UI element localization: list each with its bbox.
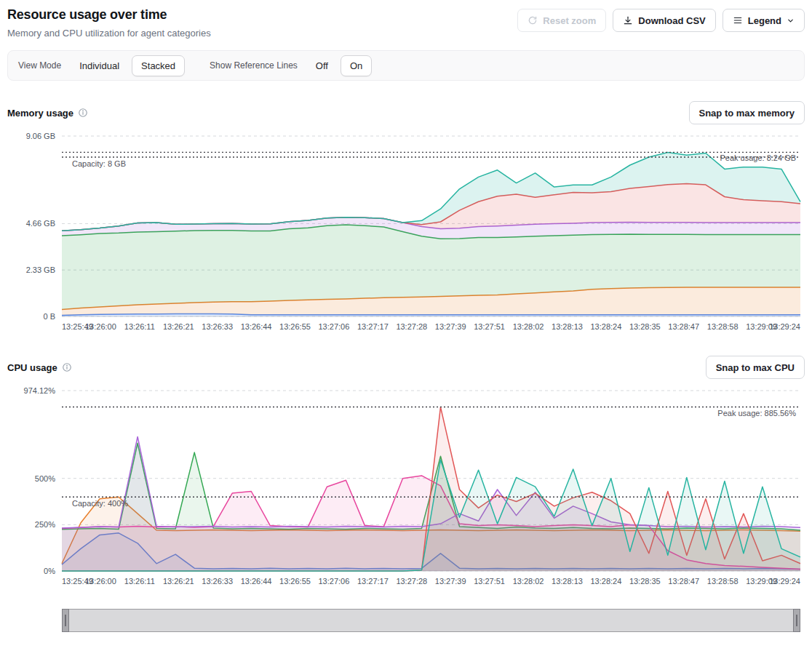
svg-text:13:27:17: 13:27:17 [357,322,389,331]
svg-text:974.12%: 974.12% [24,386,56,395]
svg-text:13:28:24: 13:28:24 [590,577,621,586]
svg-text:13:26:11: 13:26:11 [124,322,155,331]
snap-to-max-memory-button[interactable]: Snap to max memory [689,101,805,124]
svg-text:13:27:28: 13:27:28 [396,577,427,586]
svg-text:13:28:58: 13:28:58 [707,577,739,586]
cpu-usage-section: CPU usage Snap to max CPU 974.12%500%250… [7,356,805,590]
brush-handle-left[interactable] [62,609,69,632]
svg-text:13:26:21: 13:26:21 [163,322,194,331]
reference-lines-off-button[interactable]: Off [306,55,338,76]
reference-lines-on-button[interactable]: On [341,55,372,76]
reset-zoom-label: Reset zoom [543,15,596,26]
download-csv-label: Download CSV [638,15,705,26]
svg-text:13:28:35: 13:28:35 [629,577,661,586]
page-header-titles: Resource usage over time Memory and CPU … [7,6,211,39]
view-mode-individual-button[interactable]: Individual [70,55,129,76]
svg-text:13:29:24: 13:29:24 [769,322,800,331]
svg-text:4.66 GB: 4.66 GB [26,219,55,228]
svg-text:13:28:02: 13:28:02 [513,322,544,331]
svg-text:Peak usage: 885.56%: Peak usage: 885.56% [717,409,796,418]
legend-label: Legend [748,15,781,26]
memory-usage-title: Memory usage [7,108,73,119]
header-actions: Reset zoom Download CSV Legend [517,6,805,32]
time-range-brush [7,609,805,632]
memory-info-icon[interactable] [78,108,88,118]
download-csv-button[interactable]: Download CSV [613,9,715,32]
page-subtitle: Memory and CPU utilization for agent cat… [7,28,211,39]
svg-text:13:27:06: 13:27:06 [318,322,349,331]
time-range-scrollbar[interactable] [62,609,800,632]
svg-text:13:29:24: 13:29:24 [769,577,800,586]
svg-text:13:27:06: 13:27:06 [318,577,349,586]
memory-usage-section: Memory usage Snap to max memory 9.06 GB4… [7,101,805,335]
snap-to-max-cpu-button[interactable]: Snap to max CPU [706,356,805,379]
svg-text:13:26:00: 13:26:00 [85,322,116,331]
svg-text:13:26:55: 13:26:55 [279,577,311,586]
svg-text:13:27:39: 13:27:39 [435,322,466,331]
download-icon [623,15,633,25]
legend-list-icon [733,15,743,25]
svg-text:2.33 GB: 2.33 GB [26,265,55,274]
svg-text:Capacity: 400%: Capacity: 400% [72,499,128,508]
svg-text:9.06 GB: 9.06 GB [26,132,55,140]
svg-text:13:28:47: 13:28:47 [668,577,699,586]
page-title: Resource usage over time [7,7,211,23]
view-mode-stacked-button[interactable]: Stacked [132,55,185,76]
svg-text:250%: 250% [35,520,55,529]
memory-section-header: Memory usage Snap to max memory [7,101,805,124]
svg-text:13:26:21: 13:26:21 [163,577,194,586]
svg-text:0 B: 0 B [43,312,55,321]
svg-text:13:26:00: 13:26:00 [85,577,116,586]
brush-handle-right[interactable] [793,609,800,632]
svg-text:13:26:55: 13:26:55 [279,322,311,331]
reset-zoom-button[interactable]: Reset zoom [517,9,606,32]
svg-text:Capacity: 8 GB: Capacity: 8 GB [72,159,126,168]
svg-text:Peak usage: 8.24 GB: Peak usage: 8.24 GB [720,153,796,162]
svg-text:13:28:13: 13:28:13 [552,322,583,331]
svg-text:13:28:47: 13:28:47 [668,322,699,331]
svg-text:13:28:35: 13:28:35 [629,322,661,331]
cpu-info-icon[interactable] [62,362,72,372]
show-reference-lines-label: Show Reference Lines [210,60,298,71]
resource-usage-page: Resource usage over time Memory and CPU … [0,0,812,632]
svg-text:13:28:13: 13:28:13 [552,577,583,586]
svg-text:13:27:39: 13:27:39 [435,577,466,586]
view-mode-label: View Mode [18,60,61,71]
reset-zoom-icon [528,15,538,25]
svg-text:13:27:17: 13:27:17 [357,577,389,586]
memory-usage-chart[interactable]: 9.06 GB4.66 GB2.33 GB0 BCapacity: 8 GBPe… [7,129,805,335]
page-header: Resource usage over time Memory and CPU … [7,6,805,39]
svg-text:13:26:44: 13:26:44 [241,322,272,331]
cpu-usage-title: CPU usage [7,362,57,373]
svg-text:13:28:02: 13:28:02 [513,577,544,586]
svg-text:13:26:44: 13:26:44 [241,577,272,586]
svg-text:13:26:33: 13:26:33 [202,322,233,331]
cpu-section-header: CPU usage Snap to max CPU [7,356,805,379]
svg-text:13:27:28: 13:27:28 [396,322,427,331]
svg-text:13:27:51: 13:27:51 [474,322,505,331]
svg-text:13:28:24: 13:28:24 [590,322,621,331]
chart-controls-bar: View Mode Individual Stacked Show Refere… [7,50,805,81]
svg-text:0%: 0% [44,567,55,575]
svg-text:500%: 500% [35,474,55,483]
legend-button[interactable]: Legend [723,9,805,32]
svg-text:13:28:58: 13:28:58 [707,322,739,331]
chevron-down-icon [787,17,795,25]
cpu-usage-chart[interactable]: 974.12%500%250%0%Capacity: 400%Peak usag… [7,383,805,590]
svg-text:13:26:33: 13:26:33 [202,577,233,586]
svg-text:13:26:11: 13:26:11 [124,577,155,586]
svg-text:13:27:51: 13:27:51 [474,577,505,586]
